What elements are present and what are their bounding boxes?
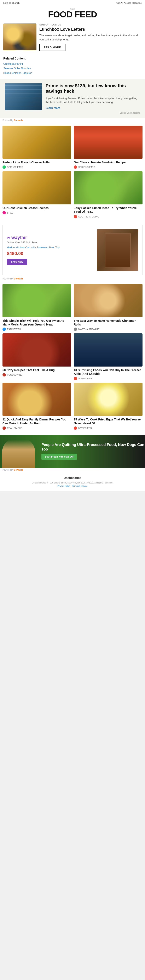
ad-footer: Capital One Shopping (5, 112, 140, 114)
article-grid-2: This Simple Trick Will Help You Get Twic… (0, 282, 145, 435)
tomato-sandwich-source: SERIOUS EATS (74, 165, 142, 169)
family-dinner-image (3, 383, 71, 416)
fried-eggs-source: MYRECIPES (74, 426, 142, 430)
family-dinner-source-name: REAL SIMPLE (7, 427, 22, 430)
read-more-button[interactable]: READ MORE (39, 44, 65, 51)
article-card-ground-meat: This Simple Trick Will Help You Get Twic… (3, 284, 71, 331)
wayfair-product-image (97, 229, 138, 271)
grid-row-1: Perfect Little French Cheese Puffs SPRUC… (3, 126, 142, 169)
list-item: Sesame Soba Noodles (3, 66, 142, 70)
chicken-source: BH&G (3, 211, 71, 214)
ground-meat-source-name: EATINGWELL (7, 328, 22, 331)
ad-body: If you're still using Amazon Prime under… (46, 96, 140, 104)
allrecipes-logo (74, 377, 77, 380)
packed-lunch-title: Easy Packed Lunch Ideas To Try When You'… (74, 206, 142, 213)
company-address: Dotdash Meredith · 225 Liberty Street, N… (32, 482, 113, 484)
top-navigation: Let's Talk Lunch Get All-Access Magazine (0, 0, 145, 6)
article-card-cinnamon-rolls: The Best Way To Make Homemade Cinnamon R… (74, 284, 142, 331)
ad-learn-more-link[interactable]: Learn more (46, 107, 60, 110)
packed-lunch-source-name: SOUTHERN LIVING (78, 215, 99, 218)
article-grid-1: Perfect Little French Cheese Puffs SPRUC… (0, 123, 145, 223)
family-dinner-title: 12 Quick And Easy Family Dinner Recipes … (3, 418, 71, 425)
grid-row-3: This Simple Trick Will Help You Get Twic… (3, 284, 142, 331)
site-logo: FOOD FEED (4, 10, 141, 19)
wayfair-subtitle: Orders Over $35 Ship Free (7, 241, 93, 244)
hero-title: Lunchbox Love Letters (39, 27, 142, 32)
wayfair-ad-section: ∞ wayfair Orders Over $35 Ship Free Hedo… (3, 225, 142, 275)
ad-content: Prime is now $139, but few know this sav… (46, 83, 140, 110)
wayfair-powered-logo: Connatix (14, 278, 23, 280)
cinnamon-rolls-source: MARTHA STEWART (74, 328, 142, 331)
powered-by-1: Powered by Connatix (0, 118, 145, 123)
powered-by-2: Powered by Connatix (0, 277, 145, 282)
packed-lunch-image (74, 171, 142, 204)
article-card-fried-eggs: 15 Ways To Cook Fried Eggs That We Bet Y… (74, 383, 142, 430)
myrecipes-logo (74, 426, 77, 430)
french-cheese-source: SPRUCE EATS (3, 165, 71, 169)
unsubscribe-label: Unsubscribe (3, 476, 142, 479)
hero-image (3, 24, 37, 50)
french-cheese-image (3, 126, 71, 159)
real-simple-logo (3, 426, 6, 430)
cozy-recipes-image (3, 333, 71, 366)
related-link-3[interactable]: Baked Chicken Taquitos (3, 71, 32, 75)
hero-content: SIMPLY RECIPES Lunchbox Love Letters The… (39, 24, 142, 51)
ad-sponsor: Capital One Shopping (120, 112, 140, 114)
magazine-link[interactable]: Get All-Access Magazine (116, 2, 142, 4)
related-link-2[interactable]: Sesame Soba Noodles (3, 67, 31, 70)
hero-description: The weeks are about to get busier, and m… (39, 33, 142, 41)
wayfair-content: ∞ wayfair Orders Over $35 Ship Free Hedo… (7, 235, 93, 265)
food-wine-logo (3, 373, 6, 377)
dog-food-ad: People Are Quitting Ultra-Processed Food… (0, 435, 145, 468)
hero-section: SIMPLY RECIPES Lunchbox Love Letters The… (0, 20, 145, 54)
tomato-sandwich-title: Our Classic Tomato Sandwich Recipe (74, 161, 142, 164)
serious-logo (74, 165, 77, 169)
powered-by-3: Powered by Connatix (0, 468, 145, 473)
dog-image (2, 437, 35, 468)
article-card-tomato-sandwich: Our Classic Tomato Sandwich Recipe SERIO… (74, 126, 142, 169)
ad-title: Prime is now $139, but few know this sav… (46, 83, 140, 94)
fried-eggs-title: 15 Ways To Cook Fried Eggs That We Bet Y… (74, 418, 142, 425)
talk-lunch-link[interactable]: Let's Talk Lunch (3, 2, 19, 4)
cinnamon-rolls-source-name: MARTHA STEWART (78, 328, 99, 331)
ground-meat-title: This Simple Trick Will Help You Get Twic… (3, 319, 71, 326)
ground-meat-source: EATINGWELL (3, 328, 71, 331)
article-card-french-cheese: Perfect Little French Cheese Puffs SPRUC… (3, 126, 71, 169)
dog-ad-button[interactable]: Start Fresh with 50% Off (41, 453, 77, 460)
article-card-family-dinner: 12 Quick And Easy Family Dinner Recipes … (3, 383, 71, 430)
terms-of-service-link[interactable]: Terms of Service (72, 485, 88, 487)
article-card-cozy-recipes: 50 Cozy Recipes That Feel Like A Hug FOO… (3, 333, 71, 380)
bhg-logo (3, 211, 6, 214)
fried-eggs-source-name: MYRECIPES (78, 427, 92, 430)
dog-powered-logo: Connatix (14, 469, 23, 471)
freezer-foods-source: ALLRECIPES (74, 377, 142, 380)
martha-logo (74, 328, 77, 331)
freezer-foods-source-name: ALLRECIPES (78, 377, 92, 380)
hero-section-label: SIMPLY RECIPES (39, 24, 142, 26)
chicken-title: Our Best Chicken Breast Recipes (3, 206, 71, 210)
ad-image (5, 83, 42, 110)
grid-row-4: 50 Cozy Recipes That Feel Like A Hug FOO… (3, 333, 142, 380)
wayfair-shop-button[interactable]: Shop Now (7, 259, 27, 265)
related-link-1[interactable]: Chickpea Panini (3, 62, 23, 65)
article-card-chicken: Our Best Chicken Breast Recipes BH&G (3, 171, 71, 218)
dog-ad-title: People Are Quitting Ultra-Processed Food… (41, 442, 145, 452)
french-cheese-title: Perfect Little French Cheese Puffs (3, 161, 71, 164)
wayfair-logo: ∞ wayfair (7, 235, 93, 240)
dog-ad-content: People Are Quitting Ultra-Processed Food… (41, 442, 145, 460)
family-dinner-source: REAL SIMPLE (3, 426, 71, 430)
wayfair-product-name: Hedon Kitchen Cart with Stainless Steel … (7, 246, 93, 250)
grid-row-2: Our Best Chicken Breast Recipes BH&G Eas… (3, 171, 142, 218)
powered-logo: Connatix (14, 119, 23, 121)
email-footer: Unsubscribe Dotdash Meredith · 225 Liber… (0, 473, 145, 491)
grid-row-5: 12 Quick And Easy Family Dinner Recipes … (3, 383, 142, 430)
article-card-freezer-foods: 10 Surprising Foods You Can Buy In The F… (74, 333, 142, 380)
related-content-section: Related Content Chickpea Panini Sesame S… (0, 54, 145, 79)
freezer-foods-title: 10 Surprising Foods You Can Buy In The F… (74, 368, 142, 375)
southern-logo (74, 215, 77, 218)
privacy-policy-link[interactable]: Privacy Policy (57, 485, 70, 487)
chicken-image (3, 171, 71, 204)
article-card-packed-lunch: Easy Packed Lunch Ideas To Try When You'… (74, 171, 142, 218)
fried-eggs-image (74, 383, 142, 416)
eating-logo (3, 328, 6, 331)
